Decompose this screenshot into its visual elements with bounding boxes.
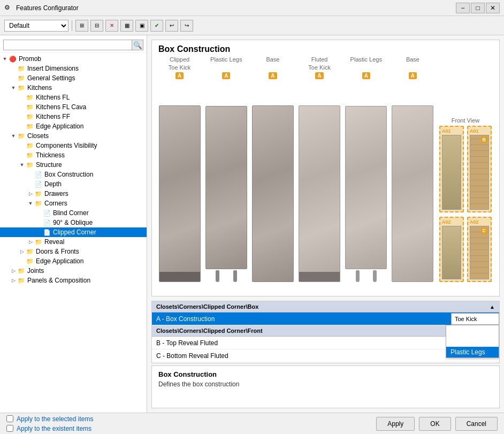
dropdown-option-plasticlegs[interactable]: Plastic Legs: [446, 347, 499, 357]
apply-button[interactable]: Apply: [376, 417, 415, 431]
toggle-drawers[interactable]: ▷: [27, 190, 34, 197]
front-panel-a01-front: A01 B: [467, 126, 492, 212]
tree-item-promob[interactable]: ▼ 🔴 Promob: [0, 54, 147, 64]
search-button[interactable]: 🔍: [132, 40, 143, 50]
close-button[interactable]: ✕: [486, 3, 500, 13]
prop-row-box-construction[interactable]: A - Box Construction Toe Kick ▼ Toe Kick…: [152, 313, 499, 325]
checkbox-row-2: Apply to the existent items: [6, 425, 93, 432]
toolbar-btn-8[interactable]: ↪: [180, 20, 193, 32]
front-panel-a01-box: A01: [439, 126, 464, 212]
app-icon: ⚙: [4, 4, 13, 12]
tree-item-kitchens-ff[interactable]: ▷ 📁 Kitchens FF: [0, 112, 147, 121]
folder-icon-insert-dims: 📁: [17, 64, 26, 73]
tree-item-reveal[interactable]: ▷ 📁 Reveal: [0, 237, 147, 247]
tree-item-comp-vis[interactable]: ▷ 📁 Components Visibility: [0, 141, 147, 150]
toggle-promob[interactable]: ▼: [1, 55, 9, 63]
toggle-90-oblique: ▷: [35, 219, 43, 226]
bc-cabinet-5: Plastic Legs A: [343, 56, 390, 282]
toggle-kitchens-fl-cava: ▷: [18, 103, 26, 111]
toggle-kitchens[interactable]: ▼: [10, 84, 17, 92]
tree-item-drawers[interactable]: ▷ 📁 Drawers: [0, 189, 147, 199]
bc-cabinet-4: Fluted Toe Kick A: [296, 56, 343, 282]
separator-1: [72, 20, 72, 31]
tree-label-kitchens: Kitchens: [27, 84, 52, 92]
tree-item-general-settings[interactable]: ▷ 📁 General Settings: [0, 73, 147, 83]
tree-label-kitchens-fl: Kitchens FL: [36, 94, 70, 101]
tree-item-corners[interactable]: ▼ 📁 Corners: [0, 199, 147, 208]
maximize-button[interactable]: □: [471, 3, 485, 13]
prop-section-1-label: Closets\Corners\Clipped Corner\Box: [156, 303, 258, 310]
tree-item-doors-fronts[interactable]: ▷ 📁 Doors & Fronts: [0, 247, 147, 256]
toolbar-btn-3[interactable]: ✕: [105, 20, 118, 32]
front-panel-a02-box: A02: [439, 217, 464, 282]
window-title: Features Configurator: [16, 4, 456, 12]
toggle-structure[interactable]: ▼: [18, 161, 26, 169]
tree-item-clipped-corner[interactable]: ▷ 📄 Clipped Corner: [0, 227, 147, 237]
content-panel: Box Construction Clipped Toe Kick A Plas…: [147, 35, 504, 413]
dropdown-option-base[interactable]: Base: [446, 336, 499, 347]
folder-icon-promob: 🔴: [9, 55, 17, 63]
bc-badge-4: A: [315, 72, 323, 79]
leaf-icon-90-oblique: 📄: [43, 218, 51, 227]
toggle-joints[interactable]: ▷: [10, 267, 17, 275]
bc-cabinet-3: Base A: [249, 56, 296, 282]
tree-item-box-construction[interactable]: ▷ 📄 Box Construction: [0, 170, 147, 179]
ok-button[interactable]: OK: [419, 417, 450, 431]
tree-item-edge-app-c[interactable]: ▷ 📁 Edge Application: [0, 256, 147, 266]
properties-panel: Closets\Corners\Clipped Corner\Box ▲ A -…: [151, 301, 500, 363]
tree-label-drawers: Drawers: [44, 190, 68, 197]
checkbox-label-existent[interactable]: Apply to the existent items: [17, 425, 91, 432]
toggle-panels[interactable]: ▷: [10, 277, 17, 284]
folder-icon-thickness: 📁: [26, 151, 34, 159]
tree-item-depth[interactable]: ▷ 📄 Depth: [0, 179, 147, 189]
toggle-reveal[interactable]: ▷: [27, 238, 34, 246]
toolbar-btn-2[interactable]: ⊟: [90, 20, 103, 32]
cancel-button[interactable]: Cancel: [455, 417, 498, 431]
prop-collapse-1[interactable]: ▲: [490, 304, 495, 310]
tree-item-structure[interactable]: ▼ 📁 Structure: [0, 160, 147, 170]
prop-dropdown-trigger[interactable]: Toe Kick: [451, 313, 499, 325]
tree-item-joints[interactable]: ▷ 📁 Joints: [0, 266, 147, 276]
prop-label-box: A - Box Construction: [152, 314, 451, 324]
checkbox-existent-items[interactable]: [6, 425, 13, 432]
tree-label-promob: Promob: [19, 55, 41, 63]
tree-item-90-oblique[interactable]: ▷ 📄 90° & Oblique: [0, 218, 147, 227]
tree-item-insert-dims[interactable]: ▷ 📁 Insert Dimensions: [0, 64, 147, 73]
toggle-corners[interactable]: ▼: [27, 200, 34, 207]
tree-panel: 🔍 ▼ 🔴 Promob ▷ 📁 Insert Dimensions ▷ 📁 G…: [0, 35, 147, 413]
search-input[interactable]: [3, 40, 132, 50]
tree-item-closets[interactable]: ▼ 📁 Closets: [0, 131, 147, 141]
tree-item-edge-app-k[interactable]: ▷ 📁 Edge Application: [0, 121, 147, 131]
folder-icon-doors: 📁: [26, 247, 34, 256]
dropdown-option-toekick[interactable]: Toe Kick: [446, 325, 499, 336]
toggle-doors[interactable]: ▷: [18, 248, 26, 255]
tree-item-panels[interactable]: ▷ 📁 Panels & Composition: [0, 276, 147, 285]
default-dropdown[interactable]: Default: [4, 20, 68, 32]
folder-icon-kitchens: 📁: [17, 83, 26, 92]
tree-label-reveal: Reveal: [44, 238, 64, 246]
tree-item-thickness[interactable]: ▷ 📁 Thickness: [0, 150, 147, 160]
checkbox-selected-items[interactable]: [6, 415, 13, 422]
bc-cabinet-6: Base A: [390, 56, 436, 282]
bottom-left: Apply to the selected items Apply to the…: [6, 415, 93, 432]
checkbox-label-selected[interactable]: Apply to the selected items: [17, 415, 93, 423]
tree-item-kitchens-fl-cava[interactable]: ▷ 📁 Kitchens FL Cava: [0, 102, 147, 112]
tree-label-comp-vis: Components Visibility: [36, 142, 97, 149]
leaf-icon-depth: 📄: [34, 180, 43, 188]
folder-icon-corners: 📁: [34, 199, 43, 208]
bc-label-4a: Fluted: [311, 56, 328, 63]
tree-item-kitchens[interactable]: ▼ 📁 Kitchens: [0, 83, 147, 93]
tree-item-kitchens-fl[interactable]: ▷ 📁 Kitchens FL: [0, 93, 147, 102]
bc-label-5a: Plastic Legs: [350, 56, 382, 63]
toolbar-btn-1[interactable]: ⊞: [75, 20, 88, 32]
toggle-thickness: ▷: [18, 151, 26, 159]
toolbar-btn-4[interactable]: ▦: [120, 20, 133, 32]
tree-item-blind-corner[interactable]: ▷ 📄 Blind Corner: [0, 208, 147, 218]
minimize-button[interactable]: −: [456, 3, 470, 13]
toggle-closets[interactable]: ▼: [10, 132, 17, 140]
toolbar-btn-7[interactable]: ↩: [165, 20, 178, 32]
toolbar-btn-6[interactable]: ✔: [150, 20, 163, 32]
tree-label-panels: Panels & Composition: [27, 277, 90, 284]
prop-label-bottom-reveal: C - Bottom Reveal Fluted: [152, 351, 446, 361]
toolbar-btn-5[interactable]: ▣: [135, 20, 148, 32]
